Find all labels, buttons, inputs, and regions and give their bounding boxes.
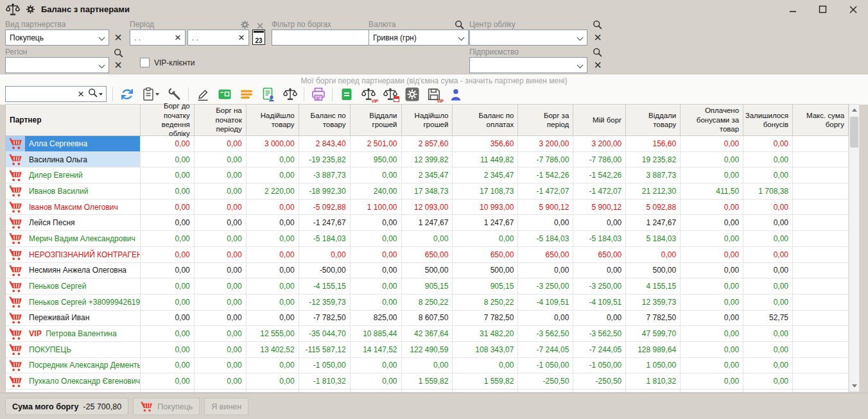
value-cell[interactable]: 0,00	[681, 373, 743, 389]
value-cell[interactable]: 0,00	[299, 247, 351, 263]
service-tools-icon[interactable]	[166, 86, 182, 102]
value-cell[interactable]	[793, 358, 849, 374]
value-cell[interactable]: 650,00	[453, 247, 518, 263]
value-cell[interactable]: 0,00	[247, 200, 299, 216]
value-cell[interactable]: 3 887,73	[626, 167, 681, 184]
table-row[interactable]: Переживай Иван0,000,000,00-7 782,50825,0…	[6, 311, 849, 327]
value-cell[interactable]: 0,00	[247, 231, 299, 247]
details-list-icon[interactable]	[238, 86, 254, 102]
column-header[interactable]: Залишилося бонусів	[743, 104, 793, 136]
value-cell[interactable]	[793, 295, 849, 311]
value-cell[interactable]: 8 250,22	[402, 295, 453, 311]
value-cell[interactable]: -1 472,07	[573, 184, 626, 200]
value-cell[interactable]: 0,00	[141, 295, 195, 311]
value-cell[interactable]: -1 050,00	[518, 358, 573, 374]
value-cell[interactable]: 0,00	[743, 167, 793, 184]
value-cell[interactable]	[793, 247, 849, 263]
value-cell[interactable]: -1 472,07	[518, 184, 573, 200]
value-cell[interactable]: 11 449,82	[453, 152, 518, 168]
value-cell[interactable]: 0,00	[141, 278, 195, 295]
value-cell[interactable]: -250,50	[518, 373, 573, 389]
value-cell[interactable]: 7 782,50	[626, 311, 681, 327]
value-cell[interactable]: 5 184,03	[626, 231, 681, 247]
value-cell[interactable]: 0,00	[247, 167, 299, 184]
value-cell[interactable]: 1 247,67	[402, 215, 453, 231]
value-cell[interactable]: 3 200,00	[573, 136, 626, 152]
value-cell[interactable]: 0,00	[453, 358, 518, 374]
value-cell[interactable]: 0,00	[195, 278, 247, 295]
value-cell[interactable]: 0,00	[681, 342, 743, 358]
table-row[interactable]: Алла Сергеевна0,000,003 000,002 843,402 …	[6, 136, 849, 152]
value-cell[interactable]	[793, 136, 849, 152]
value-cell[interactable]: 0,00	[681, 278, 743, 295]
partner-report-icon[interactable]	[260, 86, 276, 102]
partner-name-cell[interactable]: Пеньков Сергей +380999426195	[6, 295, 141, 311]
value-cell[interactable]: 650,00	[402, 247, 453, 263]
value-cell[interactable]: 0,00	[141, 167, 195, 184]
value-cell[interactable]: 2 220,00	[247, 184, 299, 200]
column-header[interactable]: Віддали товару	[626, 104, 681, 136]
value-cell[interactable]: 17 108,73	[453, 184, 518, 200]
value-cell[interactable]: -250,50	[573, 373, 626, 389]
value-cell[interactable]: 1 559,82	[453, 373, 518, 389]
value-cell[interactable]: 0,00	[141, 152, 195, 168]
table-row[interactable]: VIPПетрова Валентина0,000,0012 555,00-35…	[6, 326, 849, 342]
table-row[interactable]: Дилер Евгений0,000,000,00-3 887,730,002 …	[6, 167, 849, 184]
value-cell[interactable]: 0,00	[141, 247, 195, 263]
value-cell[interactable]: 0,00	[247, 278, 299, 295]
value-cell[interactable]: 0,00	[195, 167, 247, 184]
value-cell[interactable]: 0,00	[351, 358, 402, 374]
value-cell[interactable]: 0,00	[681, 136, 743, 152]
value-cell[interactable]: 905,15	[453, 278, 518, 295]
table-row[interactable]: Іванов Максим Олегович0,000,000,00-5 092…	[6, 200, 849, 216]
value-cell[interactable]: 0,00	[247, 247, 299, 263]
value-cell[interactable]: 0,00	[195, 136, 247, 152]
value-cell[interactable]: -3 562,50	[573, 326, 626, 342]
value-cell[interactable]: -3 250,00	[573, 278, 626, 295]
value-cell[interactable]: 122 490,59	[402, 342, 453, 358]
value-cell[interactable]: 0,00	[743, 200, 793, 216]
value-cell[interactable]: 650,00	[518, 247, 573, 263]
value-cell[interactable]: -5 092,88	[299, 200, 351, 216]
partner-name-cell[interactable]: Лейся Песня	[6, 215, 141, 231]
value-cell[interactable]: 0,00	[681, 326, 743, 342]
save-vip-icon[interactable]: VIP	[426, 86, 442, 102]
search-input[interactable]	[9, 89, 74, 99]
value-cell[interactable]: 0,00	[141, 136, 195, 152]
value-cell[interactable]: 1 247,67	[453, 215, 518, 231]
value-cell[interactable]: 7 782,50	[453, 311, 518, 327]
table-row[interactable]: Василина Ольга0,000,000,00-19 235,82950,…	[6, 152, 849, 168]
value-cell[interactable]: 0,00	[247, 373, 299, 389]
value-cell[interactable]: 1 810,32	[626, 373, 681, 389]
scroll-down-button[interactable]	[849, 381, 859, 391]
value-cell[interactable]: 5 900,12	[518, 200, 573, 216]
value-cell[interactable]: 0,00	[195, 152, 247, 168]
table-row[interactable]: Пеньков Сергей +3809994261950,000,000,00…	[6, 295, 849, 311]
value-cell[interactable]	[793, 167, 849, 184]
value-cell[interactable]: 0,00	[141, 231, 195, 247]
value-cell[interactable]: 0,00	[681, 263, 743, 279]
value-cell[interactable]: 1 050,00	[626, 358, 681, 374]
value-cell[interactable]: 10 993,00	[453, 200, 518, 216]
column-header[interactable]: Баланс по оплатах	[453, 104, 518, 136]
value-cell[interactable]: 500,00	[626, 263, 681, 279]
table-row[interactable]: Пухкало Олександр Євгенович0,000,000,00-…	[6, 373, 849, 389]
accounting-center-clear-icon[interactable]: ×	[592, 31, 603, 44]
value-cell[interactable]: 0,00	[518, 311, 573, 327]
value-cell[interactable]: 650,00	[573, 247, 626, 263]
value-cell[interactable]: 0,00	[743, 358, 793, 374]
scrollbar-thumb[interactable]	[850, 117, 858, 148]
minimize-button[interactable]	[777, 0, 808, 19]
balance-vip-icon[interactable]: VIP	[360, 86, 376, 102]
value-cell[interactable]: 0,00	[681, 247, 743, 263]
value-cell[interactable]: 0,00	[141, 326, 195, 342]
value-cell[interactable]: 47 599,70	[626, 326, 681, 342]
partner-name-cell[interactable]: Алла Сергеевна	[6, 136, 141, 152]
partner-name-cell[interactable]: Дилер Евгений	[6, 167, 141, 184]
column-header[interactable]: Надійшло грошей	[402, 104, 453, 136]
value-cell[interactable]: 0,00	[351, 215, 402, 231]
value-cell[interactable]: 0,00	[351, 373, 402, 389]
value-cell[interactable]: 0,00	[743, 152, 793, 168]
column-header[interactable]: Макс. сума боргу	[793, 104, 849, 136]
value-cell[interactable]: -1 542,26	[518, 167, 573, 184]
